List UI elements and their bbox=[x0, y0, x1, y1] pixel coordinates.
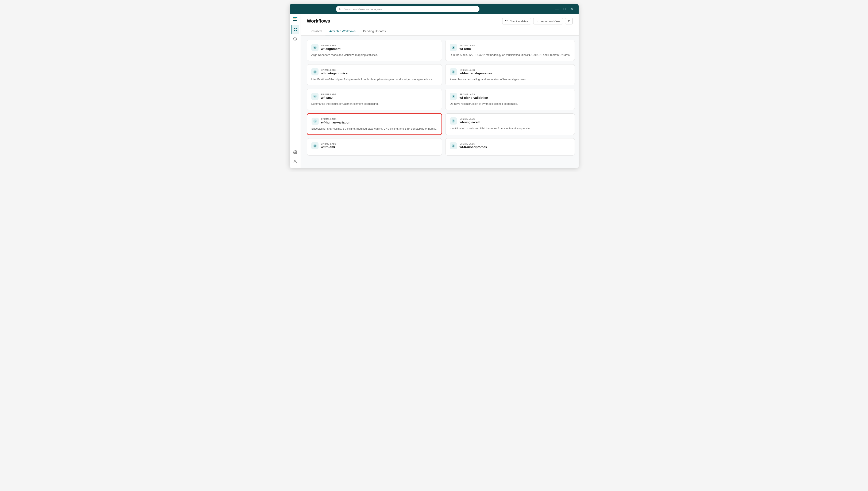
svg-point-8 bbox=[294, 160, 296, 162]
card-description: Assembly, variant calling, and annotatio… bbox=[450, 78, 570, 81]
workflow-card[interactable]: EPI2ME-LABS wf-clone-validation De-novo … bbox=[445, 89, 575, 110]
download-arrow-icon bbox=[313, 119, 317, 123]
workflow-card[interactable]: EPI2ME-LABS wf-artic Run the ARTIC SARS-… bbox=[445, 40, 575, 61]
card-meta: EPI2ME-LABS wf-transcriptomes bbox=[459, 143, 570, 149]
page-title: Workflows bbox=[307, 18, 330, 24]
card-meta: EPI2ME-LABS wf-metagenomics bbox=[321, 69, 438, 75]
card-meta: EPI2ME-LABS wf-single-cell bbox=[459, 118, 570, 124]
card-name: wf-tb-amr bbox=[321, 145, 438, 149]
card-name: wf-single-cell bbox=[459, 120, 570, 124]
tabs: Installed Available Workflows Pending Up… bbox=[307, 27, 573, 35]
import-workflow-button[interactable]: Import workflow bbox=[533, 18, 563, 24]
card-meta: EPI2ME-LABS wf-cas9 bbox=[321, 93, 438, 99]
card-description: Identification of cell- and UMI barcodes… bbox=[450, 127, 570, 131]
workflow-card[interactable]: EPI2ME-LABS wf-bacterial-genomes Assembl… bbox=[445, 64, 575, 85]
card-header: EPI2ME-LABS wf-human-variation bbox=[311, 118, 437, 125]
card-name: wf-artic bbox=[459, 47, 570, 51]
card-meta: EPI2ME-LABS wf-bacterial-genomes bbox=[459, 69, 570, 75]
header-actions: Check updates Import workflow ▼ bbox=[502, 18, 573, 24]
card-org: EPI2ME-LABS bbox=[459, 69, 570, 71]
card-name: wf-metagenomics bbox=[321, 71, 438, 75]
card-description: Run the ARTIC SARS-CoV-2 methodology on … bbox=[450, 53, 570, 57]
card-header: EPI2ME-LABS wf-cas9 bbox=[311, 93, 438, 100]
card-org: EPI2ME-LABS bbox=[459, 93, 570, 96]
download-arrow-icon bbox=[313, 94, 317, 98]
tab-available[interactable]: Available Workflows bbox=[325, 27, 359, 35]
tab-installed[interactable]: Installed bbox=[307, 27, 325, 35]
card-header: EPI2ME-LABS wf-tb-amr bbox=[311, 142, 438, 149]
download-arrow-icon bbox=[451, 119, 455, 123]
tab-pending[interactable]: Pending Updates bbox=[359, 27, 389, 35]
workflow-card[interactable]: EPI2ME-LABS wf-human-variation Basecalli… bbox=[307, 113, 442, 135]
card-icon bbox=[311, 68, 319, 76]
card-name: wf-cas9 bbox=[321, 96, 438, 99]
download-arrow-icon bbox=[451, 45, 455, 50]
nav-controls: ← bbox=[293, 6, 299, 12]
svg-point-7 bbox=[295, 152, 296, 153]
download-arrow-icon bbox=[313, 70, 317, 74]
card-icon bbox=[311, 118, 319, 125]
card-meta: EPI2ME-LABS wf-artic bbox=[459, 45, 570, 51]
workflow-card[interactable]: EPI2ME-LABS wf-metagenomics Identificati… bbox=[307, 64, 442, 85]
check-updates-button[interactable]: Check updates bbox=[502, 18, 531, 24]
card-header: EPI2ME-LABS wf-alignment bbox=[311, 44, 438, 51]
card-description: Align Nanopore reads and visualize mappi… bbox=[311, 53, 438, 57]
card-org: EPI2ME-LABS bbox=[321, 118, 437, 120]
download-arrow-icon bbox=[451, 94, 455, 98]
card-icon bbox=[311, 44, 319, 51]
workflow-grid-container[interactable]: EPI2ME-LABS wf-alignment Align Nanopore … bbox=[301, 36, 578, 168]
sidebar-item-account[interactable] bbox=[291, 157, 299, 166]
card-org: EPI2ME-LABS bbox=[321, 69, 438, 71]
card-header: EPI2ME-LABS wf-metagenomics bbox=[311, 68, 438, 76]
sidebar-item-workflows[interactable] bbox=[291, 25, 299, 34]
minimize-button[interactable]: — bbox=[554, 6, 560, 12]
workflow-card[interactable]: EPI2ME-LABS wf-alignment Align Nanopore … bbox=[307, 40, 442, 61]
back-button[interactable]: ← bbox=[293, 6, 299, 12]
workflow-card[interactable]: EPI2ME-LABS wf-tb-amr bbox=[307, 138, 442, 155]
content-area: Workflows Check updates bbox=[301, 14, 578, 168]
maximize-button[interactable]: □ bbox=[562, 6, 567, 12]
logo-mark bbox=[293, 17, 297, 21]
workflow-card[interactable]: EPI2ME-LABS wf-transcriptomes bbox=[445, 138, 575, 155]
card-icon bbox=[450, 68, 457, 76]
card-description: De-novo reconstruction of synthetic plas… bbox=[450, 102, 570, 106]
workflow-card[interactable]: EPI2ME-LABS wf-cas9 Summarise the result… bbox=[307, 89, 442, 110]
logo-bar-1 bbox=[293, 17, 297, 18]
sidebar bbox=[290, 14, 301, 168]
card-meta: EPI2ME-LABS wf-alignment bbox=[321, 45, 438, 51]
card-icon bbox=[450, 44, 457, 51]
window-controls: — □ ✕ bbox=[554, 6, 575, 12]
sidebar-item-settings[interactable] bbox=[291, 148, 299, 156]
import-icon bbox=[536, 20, 539, 23]
card-meta: EPI2ME-LABS wf-clone-validation bbox=[459, 93, 570, 99]
card-description: Summarise the results of Cas9 enrichment… bbox=[311, 102, 438, 106]
search-bar[interactable]: Search workflows and analyses bbox=[336, 6, 480, 12]
card-org: EPI2ME-LABS bbox=[459, 143, 570, 145]
card-description: Identification of the origin of single r… bbox=[311, 78, 438, 81]
card-org: EPI2ME-LABS bbox=[321, 143, 438, 145]
card-header: EPI2ME-LABS wf-artic bbox=[450, 44, 570, 51]
title-bar: ← Search workflows and analyses — □ ✕ bbox=[290, 4, 578, 14]
close-button[interactable]: ✕ bbox=[569, 6, 575, 12]
sidebar-bottom bbox=[291, 148, 299, 166]
user-icon bbox=[293, 159, 297, 164]
card-meta: EPI2ME-LABS wf-human-variation bbox=[321, 118, 437, 124]
card-header: EPI2ME-LABS wf-single-cell bbox=[450, 117, 570, 124]
card-icon bbox=[450, 93, 457, 100]
download-arrow-icon bbox=[451, 70, 455, 74]
filter-button[interactable]: ▼ bbox=[565, 18, 573, 24]
card-header: EPI2ME-LABS wf-transcriptomes bbox=[450, 142, 570, 149]
card-icon bbox=[450, 142, 457, 149]
svg-rect-3 bbox=[296, 28, 297, 29]
workflow-icon bbox=[293, 27, 297, 32]
svg-rect-4 bbox=[294, 30, 295, 31]
history-icon bbox=[293, 37, 297, 41]
card-meta: EPI2ME-LABS wf-tb-amr bbox=[321, 143, 438, 149]
card-header: EPI2ME-LABS wf-bacterial-genomes bbox=[450, 68, 570, 76]
sidebar-item-history[interactable] bbox=[291, 34, 299, 43]
svg-rect-5 bbox=[296, 30, 297, 31]
card-name: wf-bacterial-genomes bbox=[459, 71, 570, 75]
card-header: EPI2ME-LABS wf-clone-validation bbox=[450, 93, 570, 100]
workflow-card[interactable]: EPI2ME-LABS wf-single-cell Identificatio… bbox=[445, 113, 575, 135]
logo-bar-2 bbox=[293, 19, 296, 19]
